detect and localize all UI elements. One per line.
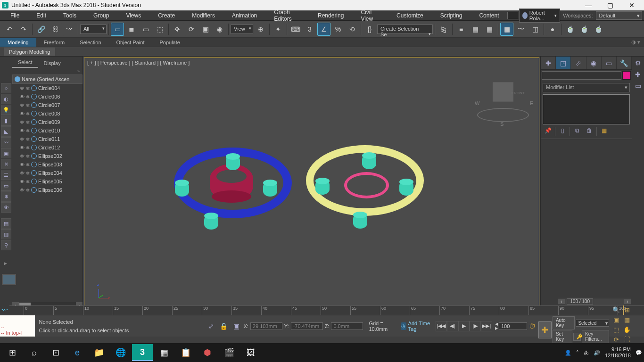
curve-editor-button[interactable]: 〜 — [514, 23, 528, 36]
maxscript-listener[interactable]: -- -- In top-l — [0, 315, 35, 337]
scene-item[interactable]: 👁❄Ellipse002 — [12, 152, 83, 160]
layers-button[interactable]: ▤ — [469, 23, 482, 36]
pin-stack-button[interactable]: 📌 — [543, 127, 553, 137]
menu-civil-view[interactable]: Civil View — [352, 8, 388, 24]
menu-edit[interactable]: Edit — [28, 11, 55, 20]
scene-explorer-collapse[interactable]: » — [12, 68, 83, 74]
material-editor-button[interactable]: ● — [546, 23, 559, 36]
menu-group[interactable]: Group — [85, 11, 117, 20]
unlink-button[interactable]: ⛓ — [49, 23, 62, 36]
scene-item[interactable]: 👁❄Circle010 — [12, 126, 83, 135]
menu-customize[interactable]: Customize — [388, 11, 432, 20]
percent-snap-button[interactable]: % — [331, 23, 345, 36]
menu-modifiers[interactable]: Modifiers — [183, 11, 223, 20]
ribbon-tab-populate[interactable]: Populate — [152, 38, 187, 47]
menu-create[interactable]: Create — [149, 11, 183, 20]
taskbar-app1[interactable]: ⬢ — [197, 344, 218, 361]
start-button[interactable]: ⊞ — [2, 344, 23, 361]
viewport-layout-thumb[interactable] — [2, 274, 16, 285]
key-mode-toggle[interactable]: ◀▶ — [495, 322, 498, 330]
display-tab[interactable]: ▭ — [602, 57, 617, 69]
snap-toggle-button[interactable]: 3 — [303, 23, 316, 36]
render-frame-button[interactable]: 🍵 — [578, 23, 591, 36]
modify-tab[interactable]: ◳ — [556, 57, 571, 69]
scene-explorer-tab-select[interactable]: Select — [12, 58, 38, 68]
scene-item[interactable]: 👁❄Circle006 — [12, 92, 83, 101]
key-mode-dropdown[interactable]: Selected — [576, 320, 609, 327]
close-button[interactable]: ✕ — [625, 1, 638, 9]
search-button[interactable]: ⌕ — [24, 344, 44, 361]
show-end-result-button[interactable]: ▯ — [557, 127, 568, 137]
pan-button[interactable]: ✋ — [622, 326, 632, 336]
redo-button[interactable]: ↷ — [17, 23, 30, 36]
mini-curve-editor-button[interactable]: 〰 — [0, 306, 9, 314]
selection-filter-dropdown[interactable]: All — [80, 25, 107, 34]
zoom-extents-all-button[interactable]: ▦ — [622, 316, 632, 326]
menu-tools[interactable]: Tools — [55, 11, 85, 20]
select-and-rotate-button[interactable]: ⟳ — [185, 23, 198, 36]
zoom-extents-button[interactable]: ▣ — [611, 316, 621, 326]
coord-z-input[interactable]: 0.0mm — [331, 322, 363, 330]
motion-tab[interactable]: ◉ — [586, 57, 602, 69]
render-setup-button[interactable]: 🍵 — [563, 23, 577, 36]
bind-spacewarp-button[interactable]: 〰 — [63, 23, 76, 36]
filter-containers-icon[interactable]: ▭ — [1, 181, 11, 191]
maximize-button[interactable]: ▢ — [603, 1, 617, 9]
scene-item[interactable]: 👁❄Ellipse006 — [12, 186, 83, 194]
setkey-button[interactable]: Set Key — [553, 330, 572, 343]
isolate-button[interactable]: ▣ — [231, 322, 241, 330]
taskbar-explorer[interactable]: 📁 — [89, 344, 109, 361]
scene-explorer-search-icon[interactable]: ⚲ — [1, 240, 11, 250]
configure-sets-button[interactable]: ▦ — [599, 127, 609, 137]
menu-rendering[interactable]: Rendering — [309, 11, 352, 20]
system-tray[interactable]: 👤 ˄ 🖧 🔊 9:16 PM 12/18/2018 💬 — [565, 346, 642, 359]
filter-xrefs-icon[interactable]: ✕ — [1, 159, 11, 169]
scene-item[interactable]: 👁❄Circle008 — [12, 109, 83, 118]
scene-item[interactable]: 👁❄Circle004 — [12, 84, 83, 92]
remove-modifier-button[interactable]: 🗑 — [584, 127, 594, 137]
ribbon-tab-object-paint[interactable]: Object Paint — [109, 38, 152, 47]
scene-item[interactable]: 👁❄Ellipse003 — [12, 160, 83, 169]
set-keys-button[interactable]: ✚ — [538, 321, 552, 338]
filter-bones-icon[interactable]: ☰ — [1, 170, 11, 180]
modifier-list-dropdown[interactable]: Modifier List — [543, 83, 630, 92]
tray-volume-icon[interactable]: 🔊 — [594, 350, 600, 356]
menu-animation[interactable]: Animation — [223, 11, 265, 20]
menu-views[interactable]: Views — [117, 11, 149, 20]
utilities-tab[interactable]: 🔧 — [617, 57, 632, 69]
filter-lights-icon[interactable]: 💡 — [1, 105, 11, 115]
select-and-scale-button[interactable]: ▣ — [199, 23, 212, 36]
side-tool-2[interactable]: ✚ — [633, 71, 643, 81]
taskbar-chrome[interactable]: 🌐 — [110, 344, 131, 361]
workspaces-dropdown[interactable]: Default — [596, 11, 642, 20]
select-object-button[interactable]: ▭ — [111, 23, 124, 36]
select-region-rect-button[interactable]: ▭ — [139, 23, 152, 36]
make-unique-button[interactable]: ⧉ — [572, 127, 582, 137]
hierarchy-tab[interactable]: ⬀ — [571, 57, 586, 69]
user-account-button[interactable]: Robert Rola... ▾ — [519, 8, 560, 23]
select-by-name-button[interactable]: ≣ — [125, 23, 138, 36]
object-cylinder-4[interactable] — [204, 214, 218, 230]
scene-explorer-expand[interactable]: ▸ — [4, 259, 9, 271]
scene-item[interactable]: 👁❄Circle009 — [12, 118, 83, 126]
task-view-button[interactable]: ⊡ — [45, 344, 66, 361]
ribbon-panel-polygon-modeling[interactable]: Polygon Modeling — [4, 48, 55, 56]
object-cylinder-5[interactable] — [362, 154, 376, 169]
taskbar-calculator[interactable]: ▦ — [154, 344, 174, 361]
reference-coord-dropdown[interactable]: View — [231, 25, 253, 34]
render-production-button[interactable]: 🍵 — [592, 23, 605, 36]
mirror-button[interactable]: ⧎ — [437, 23, 450, 36]
track-bar[interactable]: 〰 05101520253035404550556065707580859095… — [0, 305, 644, 315]
scene-explorer-config-icon[interactable]: ▤ — [1, 218, 11, 229]
play-button[interactable]: ▶ — [458, 321, 470, 331]
tray-people-icon[interactable]: 👤 — [565, 350, 571, 356]
scene-explorer-header[interactable]: Name (Sorted Ascen — [12, 74, 83, 84]
side-tool-3[interactable]: ▭ — [633, 82, 643, 92]
display-hidden-icon[interactable]: 👁 — [1, 202, 11, 213]
coord-y-input[interactable]: -70.474mm — [291, 322, 323, 330]
zoom-region-button[interactable]: ⬚ — [611, 326, 621, 336]
previous-frame-button[interactable]: ◀| — [447, 321, 458, 331]
coord-x-input[interactable]: 29.103mm — [250, 322, 282, 330]
object-color-swatch[interactable] — [622, 71, 631, 80]
key-filters-icon[interactable]: 🔑 — [573, 333, 581, 341]
